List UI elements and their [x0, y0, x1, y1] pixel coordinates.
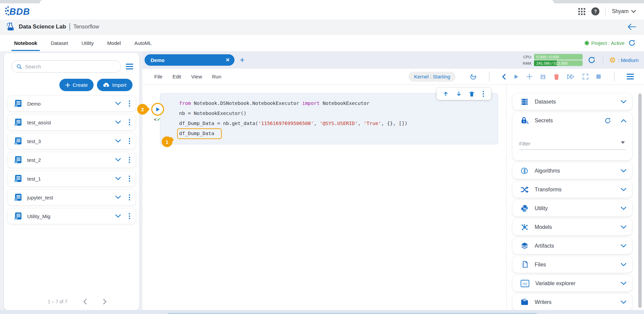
- chevron-down-icon[interactable]: [115, 158, 121, 162]
- list-item-test-2[interactable]: <> test_2: [7, 152, 136, 168]
- chevron-down-icon[interactable]: [621, 282, 626, 285]
- search-box[interactable]: [11, 60, 121, 73]
- list-item-jupyter-test[interactable]: <> jupyter_test: [7, 189, 136, 205]
- run-cell-button[interactable]: [151, 103, 164, 116]
- run-cell-icon[interactable]: [513, 73, 520, 80]
- tab-utility[interactable]: Utility: [81, 35, 95, 51]
- chevron-down-icon[interactable]: [115, 139, 121, 143]
- kebab-menu-icon[interactable]: [128, 100, 131, 107]
- right-panel-scrollbar[interactable]: [638, 93, 642, 308]
- cell-options-icon[interactable]: [481, 89, 486, 99]
- chevron-down-icon: [631, 10, 636, 13]
- create-button[interactable]: Create: [59, 79, 94, 91]
- notebook-options-icon[interactable]: [627, 74, 634, 79]
- section-secrets-header[interactable]: Secrets: [513, 112, 632, 129]
- code-line-2: nb = NotebookExecutor(): [179, 108, 498, 118]
- chevron-down-icon[interactable]: [621, 207, 626, 210]
- import-button[interactable]: Import: [97, 79, 132, 91]
- chevron-down-icon[interactable]: [115, 121, 121, 124]
- chevron-down-icon[interactable]: [115, 102, 121, 105]
- svg-text:<>: <>: [15, 105, 17, 107]
- tab-notebook[interactable]: Notebook: [13, 35, 38, 51]
- menu-run[interactable]: Run: [212, 74, 221, 79]
- kebab-menu-icon[interactable]: [128, 194, 131, 201]
- close-tab-icon[interactable]: ✕: [225, 57, 230, 63]
- kebab-menu-icon[interactable]: [128, 212, 131, 220]
- code-cell[interactable]: from Notebook.DSNotebook.NotebookExecuto…: [160, 93, 498, 144]
- chevron-down-icon[interactable]: [621, 169, 626, 173]
- stop-kernel-icon[interactable]: [595, 73, 602, 80]
- chevron-down-icon[interactable]: [115, 196, 121, 199]
- chevron-down-icon[interactable]: [621, 188, 626, 191]
- section-models[interactable]: Models: [513, 219, 632, 235]
- back-arrow-icon[interactable]: [627, 23, 636, 30]
- section-variable-explorer[interactable]: (x) Variable explorer: [513, 275, 632, 292]
- list-item-test-3[interactable]: <> test_3: [7, 133, 136, 149]
- notebook-icon: <>: [14, 155, 22, 164]
- apps-grid-icon[interactable]: [578, 8, 585, 15]
- browser-tab-curve: [40, 0, 554, 3]
- notebook-icon: <>: [14, 174, 22, 183]
- menu-file[interactable]: File: [154, 74, 162, 79]
- chevron-down-icon[interactable]: [621, 226, 626, 229]
- search-input[interactable]: [25, 64, 116, 69]
- page-prev-icon[interactable]: [82, 298, 88, 305]
- open-notebook-tab[interactable]: Demo ✕: [145, 54, 234, 66]
- theme-moon-icon[interactable]: [469, 72, 478, 81]
- resources-refresh-icon[interactable]: [587, 55, 597, 65]
- delete-notebook-icon[interactable]: [553, 73, 560, 81]
- menu-view[interactable]: View: [191, 74, 202, 79]
- move-cell-up-icon[interactable]: [442, 90, 449, 98]
- content-area: Create Import <> Demo <> test_assist: [0, 51, 644, 310]
- list-item-test-assist[interactable]: <> test_assist: [7, 114, 136, 130]
- help-icon[interactable]: ?: [591, 7, 599, 15]
- kebab-menu-icon[interactable]: [128, 119, 131, 126]
- kebab-menu-icon[interactable]: [128, 175, 131, 182]
- bdb-logo[interactable]: BDB: [5, 6, 37, 17]
- section-files[interactable]: Files: [513, 256, 632, 273]
- section-datasets[interactable]: Datasets: [513, 93, 632, 110]
- section-algorithms[interactable]: Algorithms: [513, 163, 632, 179]
- section-artifacts[interactable]: Artifacts: [513, 238, 632, 254]
- title-separator: [69, 23, 70, 30]
- chevron-down-icon[interactable]: [621, 244, 626, 248]
- chevron-down-icon[interactable]: [621, 100, 626, 104]
- add-cell-icon[interactable]: [526, 73, 533, 80]
- sidebar-menu-icon[interactable]: [126, 64, 133, 69]
- brain-icon: [521, 167, 529, 175]
- list-item-demo[interactable]: <> Demo: [7, 96, 136, 112]
- secrets-refresh-icon[interactable]: [603, 116, 612, 125]
- chevron-up-icon[interactable]: [621, 119, 626, 122]
- list-item-test-1[interactable]: <> test_1: [7, 171, 136, 187]
- tab-automl[interactable]: AutoML: [133, 35, 152, 51]
- chevron-down-icon[interactable]: [621, 301, 626, 304]
- project-refresh-icon[interactable]: [627, 38, 637, 48]
- save-icon[interactable]: [539, 73, 547, 81]
- section-utility[interactable]: Utility: [513, 200, 632, 216]
- move-cell-down-icon[interactable]: [455, 90, 463, 98]
- database-icon: [521, 98, 529, 106]
- fullscreen-icon[interactable]: [582, 73, 589, 80]
- secrets-filter-select[interactable]: Filter: [519, 141, 626, 150]
- section-writers[interactable]: Writers: [513, 294, 632, 310]
- collapse-panel-icon[interactable]: [501, 73, 507, 81]
- tab-dataset[interactable]: Dataset: [50, 35, 69, 51]
- kebab-menu-icon[interactable]: [128, 137, 131, 145]
- bottom-accent-line: [168, 313, 537, 314]
- tab-model[interactable]: Model: [107, 35, 122, 51]
- chevron-down-icon[interactable]: [115, 177, 121, 180]
- chevron-down-icon[interactable]: [621, 263, 626, 266]
- page-next-icon[interactable]: [102, 298, 108, 305]
- ram-usage-bar: 241.090 / 512.000: [534, 60, 583, 66]
- run-all-icon[interactable]: [566, 73, 576, 80]
- svg-text:<>: <>: [15, 124, 17, 126]
- notebook-menubar: File Edit View Run Kernel : Starting: [143, 69, 644, 85]
- chevron-down-icon[interactable]: [115, 214, 121, 218]
- list-item-utility-mig[interactable]: <> Utility_Mig: [7, 208, 136, 224]
- menu-edit[interactable]: Edit: [172, 74, 181, 79]
- delete-cell-icon[interactable]: [468, 90, 475, 98]
- new-tab-icon[interactable]: +: [240, 56, 245, 64]
- kebab-menu-icon[interactable]: [128, 156, 131, 164]
- user-menu[interactable]: Shyam: [612, 8, 636, 14]
- section-transforms[interactable]: Transforms: [513, 181, 632, 198]
